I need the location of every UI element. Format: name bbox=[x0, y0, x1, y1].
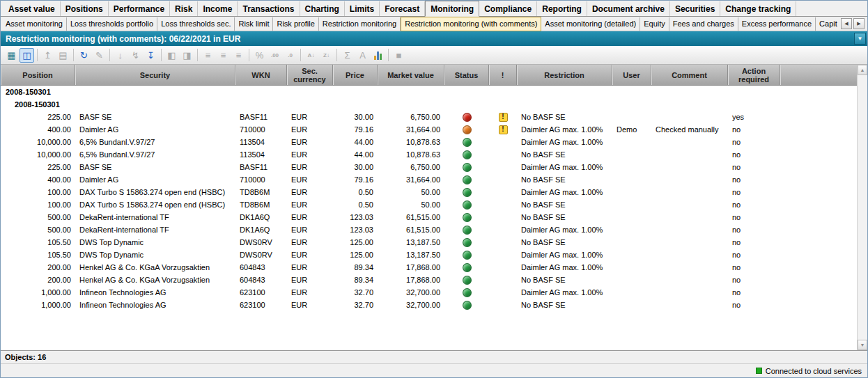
scroll-up-button[interactable]: ▲ bbox=[858, 65, 867, 75]
table-row[interactable]: 100.00DAX Turbo S 15863.274 open end (HS… bbox=[1, 198, 857, 211]
cell-action_required: no bbox=[728, 238, 780, 246]
table-row[interactable]: 500.00DekaRent-international TFDK1A6QEUR… bbox=[1, 223, 857, 236]
tab-change-tracking[interactable]: Change tracking bbox=[720, 1, 796, 16]
scroll-down-icon: ▼ bbox=[860, 342, 865, 347]
table-row[interactable]: 225.00BASF SEBASF11EUR30.006,750.00!No B… bbox=[1, 111, 857, 123]
table-row[interactable]: 105.50DWS Top DynamicDWS0RVEUR125.0013,1… bbox=[1, 236, 857, 249]
font-icon[interactable]: A bbox=[355, 48, 370, 63]
tab-asset-value[interactable]: Asset value bbox=[3, 1, 61, 16]
group-row[interactable]: 2008-150301 bbox=[1, 98, 857, 111]
column-header-restriction[interactable]: Restriction bbox=[517, 65, 612, 85]
tab-document-archive[interactable]: Document archive bbox=[587, 1, 670, 16]
refresh-icon[interactable]: ↻ bbox=[77, 48, 91, 63]
remove-decimal-icon[interactable]: .0 bbox=[283, 48, 297, 63]
tab-forecast[interactable]: Forecast bbox=[380, 1, 425, 16]
table-area: PositionSecurityWKNSec. currencyPriceMar… bbox=[1, 65, 867, 350]
table-row[interactable]: 100.00DAX Turbo S 15863.274 open end (HS… bbox=[1, 186, 857, 198]
status-green-dot bbox=[463, 301, 472, 310]
subtab-loss-thresholds-sec[interactable]: Loss thresholds sec. bbox=[157, 17, 235, 31]
subtab-scroll-left-button[interactable]: ◀ bbox=[841, 18, 852, 29]
sort-za-icon[interactable]: Z↓ bbox=[319, 48, 334, 63]
stop-icon[interactable]: ■ bbox=[392, 48, 406, 63]
split-left-icon[interactable]: ◧ bbox=[164, 48, 179, 63]
status-orange-dot bbox=[463, 125, 472, 134]
print-icon[interactable]: ▤ bbox=[56, 48, 70, 63]
tab-income[interactable]: Income bbox=[198, 1, 238, 16]
subtab-risk-limit[interactable]: Risk limit bbox=[235, 17, 273, 31]
column-header-position[interactable]: Position bbox=[1, 65, 75, 85]
subtab-asset-monitoring[interactable]: Asset monitoring bbox=[2, 17, 67, 31]
subtab-excess-performance[interactable]: Excess performance bbox=[738, 17, 816, 31]
column-header-action_required[interactable]: Action required bbox=[728, 65, 780, 85]
split-right-icon[interactable]: ◨ bbox=[180, 48, 194, 63]
table-row[interactable]: 225.00BASF SEBASF11EUR30.006,750.00Daiml… bbox=[1, 161, 857, 173]
subtab-loss-thresholds-portfolio[interactable]: Loss thresholds portfolio bbox=[67, 17, 157, 31]
cell-sec_currency: EUR bbox=[287, 138, 333, 146]
chart-line-icon[interactable]: ↯ bbox=[128, 48, 143, 63]
subtab-asset-monitoring-detailed[interactable]: Asset monitoring (detailed) bbox=[541, 17, 640, 31]
tab-positions[interactable]: Positions bbox=[61, 1, 109, 16]
download-icon[interactable]: ↧ bbox=[144, 48, 158, 63]
column-header-user[interactable]: User bbox=[612, 65, 651, 85]
subtab-scroll-right-button[interactable]: ▶ bbox=[853, 18, 865, 29]
tab-reporting[interactable]: Reporting bbox=[537, 1, 587, 16]
percent-icon[interactable]: % bbox=[252, 48, 267, 63]
title-menu-button[interactable]: ▼ bbox=[854, 33, 866, 45]
align-right-icon[interactable]: ≡ bbox=[231, 48, 246, 63]
subtab-restriction-monitoring[interactable]: Restriction monitoring bbox=[319, 17, 401, 31]
column-header-warning[interactable]: ! bbox=[489, 65, 517, 85]
tab-compliance[interactable]: Compliance bbox=[479, 1, 537, 16]
subtab-equity[interactable]: Equity bbox=[640, 17, 669, 31]
cell-restriction: No BASF SE bbox=[517, 150, 612, 159]
bar-chart-icon[interactable] bbox=[371, 48, 385, 63]
table-row[interactable]: 10,000.006,5% Bundanl.V.97/27113504EUR44… bbox=[1, 136, 857, 148]
tab-charting[interactable]: Charting bbox=[300, 1, 345, 16]
tab-risk[interactable]: Risk bbox=[170, 1, 198, 16]
column-header-status[interactable]: Status bbox=[444, 65, 489, 85]
cell-wkn: BASF11 bbox=[235, 113, 287, 121]
sub-tab-bar: Asset monitoringLoss thresholds portfoli… bbox=[1, 17, 867, 31]
tab-limits[interactable]: Limits bbox=[345, 1, 380, 16]
subtab-risk-profile[interactable]: Risk profile bbox=[273, 17, 318, 31]
table-row[interactable]: 200.00Henkel AG & Co. KGaA Vorzugsaktien… bbox=[1, 261, 857, 274]
edit-filter-icon[interactable]: ✎ bbox=[92, 48, 107, 63]
table-row[interactable]: 500.00DekaRent-international TFDK1A6QEUR… bbox=[1, 211, 857, 223]
table-row[interactable]: 1,000.00Infineon Technologies AG623100EU… bbox=[1, 286, 857, 299]
column-header-wkn[interactable]: WKN bbox=[235, 65, 287, 85]
subtab-capital-flows[interactable]: Capital flows bbox=[816, 17, 837, 31]
tab-performance[interactable]: Performance bbox=[109, 1, 170, 16]
table-row[interactable]: 105.50DWS Top DynamicDWS0RVEUR125.0013,1… bbox=[1, 249, 857, 261]
sort-az-icon[interactable]: A↓ bbox=[304, 48, 318, 63]
vertical-scrollbar[interactable]: ▲ ▼ bbox=[857, 65, 867, 350]
subtab-fees-and-charges[interactable]: Fees and charges bbox=[669, 17, 738, 31]
subtab-restriction-monitoring-with-comments[interactable]: Restriction monitoring (with comments) bbox=[401, 17, 541, 31]
column-header-market_value[interactable]: Market value bbox=[378, 65, 444, 85]
table-row[interactable]: 400.00Daimler AG710000EUR79.1631,664.00N… bbox=[1, 173, 857, 186]
add-decimal-icon[interactable]: .00 bbox=[268, 48, 282, 63]
pivot-view-icon[interactable]: ◫ bbox=[20, 48, 34, 63]
column-header-sec_currency[interactable]: Sec. currency bbox=[287, 65, 333, 85]
align-left-icon[interactable]: ≡ bbox=[201, 48, 215, 63]
group-row[interactable]: 2008-150301 bbox=[1, 86, 857, 98]
table-row[interactable]: 1,000.00Infineon Technologies AG623100EU… bbox=[1, 299, 857, 311]
sum-icon[interactable]: Σ bbox=[340, 48, 355, 63]
tab-securities[interactable]: Securities bbox=[670, 1, 720, 16]
scroll-track[interactable] bbox=[858, 75, 867, 340]
tab-transactions[interactable]: Transactions bbox=[238, 1, 300, 16]
data-view-icon[interactable]: ▦ bbox=[4, 48, 19, 63]
sort-desc-icon[interactable]: ↓ bbox=[113, 48, 127, 63]
column-header-comment[interactable]: Comment bbox=[651, 65, 728, 85]
tab-monitoring[interactable]: Monitoring bbox=[425, 1, 479, 17]
scroll-down-button[interactable]: ▼ bbox=[858, 340, 867, 350]
table-row[interactable]: 400.00Daimler AG710000EUR79.1631,664.00!… bbox=[1, 123, 857, 136]
cell-security: BASF SE bbox=[75, 113, 235, 121]
cell-status bbox=[444, 150, 489, 159]
cell-action_required: no bbox=[728, 251, 780, 259]
align-center-icon[interactable]: ≡ bbox=[216, 48, 231, 63]
column-header-price[interactable]: Price bbox=[333, 65, 378, 85]
table-row[interactable]: 10,000.006,5% Bundanl.V.97/27113504EUR44… bbox=[1, 148, 857, 161]
column-header-security[interactable]: Security bbox=[75, 65, 235, 85]
cell-action_required: no bbox=[728, 188, 780, 196]
table-row[interactable]: 200.00Henkel AG & Co. KGaA Vorzugsaktien… bbox=[1, 274, 857, 286]
export-icon[interactable]: ↥ bbox=[40, 48, 55, 63]
